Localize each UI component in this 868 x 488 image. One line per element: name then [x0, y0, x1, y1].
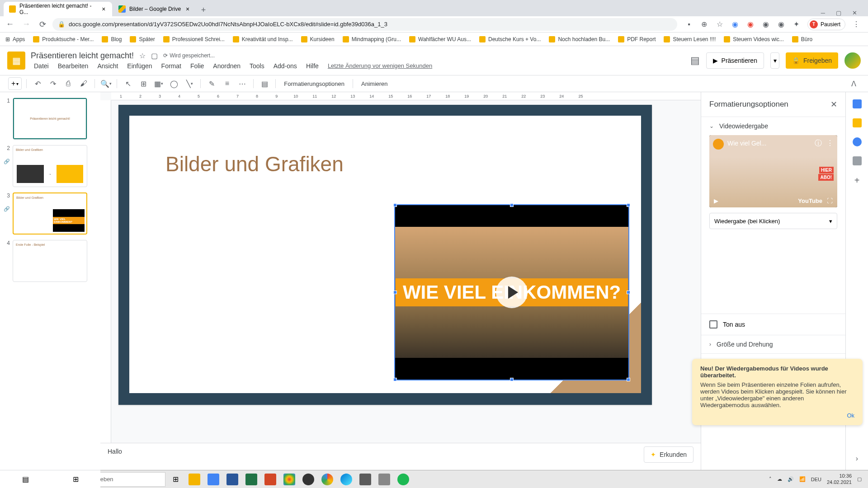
- calendar-icon[interactable]: [853, 99, 862, 108]
- bookmark-item[interactable]: Steuern Lesen !!!!: [664, 36, 716, 42]
- resize-handle[interactable]: [510, 378, 514, 381]
- close-icon[interactable]: ×: [101, 6, 107, 12]
- maps-icon[interactable]: [853, 156, 862, 165]
- resize-handle[interactable]: [510, 203, 514, 207]
- bookmark-item[interactable]: Produktsuche - Mer...: [33, 36, 94, 42]
- callout-ok-button[interactable]: Ok: [700, 412, 854, 419]
- select-tool[interactable]: ↖: [122, 77, 134, 90]
- resize-handle[interactable]: [393, 291, 397, 294]
- task-view-button[interactable]: ⊞: [166, 471, 184, 488]
- redo-button[interactable]: ↷: [47, 77, 59, 90]
- comments-icon[interactable]: ▤: [690, 55, 700, 66]
- bookmark-item[interactable]: PDF Report: [618, 36, 656, 42]
- animate-button[interactable]: Animieren: [358, 80, 392, 87]
- new-tab-button[interactable]: +: [197, 4, 210, 16]
- ext-icon[interactable]: ◉: [761, 20, 770, 29]
- tray-chevron-icon[interactable]: ˄: [769, 476, 772, 482]
- menu-help[interactable]: Hilfe: [303, 61, 322, 70]
- menu-addons[interactable]: Add-ons: [270, 61, 300, 70]
- bookmark-item[interactable]: Professionell Schrei...: [163, 36, 225, 42]
- resize-handle[interactable]: [627, 291, 630, 294]
- print-button[interactable]: ⎙: [62, 77, 75, 90]
- account-avatar[interactable]: [844, 52, 861, 69]
- format-options-button[interactable]: Formatierungsoptionen: [280, 80, 348, 87]
- video-preview[interactable]: Wie viel Gel... ⓘ⋮ HIER ABO! ▶ YouTube ⛶: [709, 135, 837, 207]
- bookmark-item[interactable]: Steuern Videos wic...: [724, 36, 784, 42]
- forward-button[interactable]: →: [20, 18, 33, 31]
- maximize-icon[interactable]: ▢: [836, 9, 841, 16]
- new-slide-button[interactable]: +▾: [8, 77, 22, 90]
- share-button[interactable]: 🔒 Freigeben: [786, 52, 838, 69]
- collapse-toolbar-button[interactable]: ᐱ: [847, 77, 860, 90]
- bookmark-item[interactable]: Später: [130, 36, 155, 42]
- ext-icon[interactable]: ◉: [731, 20, 740, 29]
- explore-button[interactable]: ✦ Erkunden: [644, 446, 693, 463]
- slide-canvas[interactable]: Bilder und Grafiken WIE VIEL EINKOMMEN?: [118, 105, 652, 405]
- profile-chip[interactable]: T Pausiert: [807, 19, 845, 30]
- ext-icon[interactable]: ◉: [746, 20, 755, 29]
- bookmark-item[interactable]: Mindmapping (Gru...: [343, 36, 401, 42]
- close-icon[interactable]: ×: [184, 6, 191, 12]
- taskbar-app[interactable]: [185, 471, 203, 488]
- menu-tools[interactable]: Tools: [246, 61, 268, 70]
- menu-file[interactable]: Datei: [31, 61, 52, 70]
- close-window-icon[interactable]: ✕: [852, 9, 857, 16]
- tasks-icon[interactable]: [853, 137, 862, 146]
- present-button[interactable]: ▶ Präsentieren: [706, 52, 764, 69]
- language-indicator[interactable]: DEU: [811, 477, 821, 482]
- url-bar[interactable]: 🔒 docs.google.com/presentation/d/1yV372S…: [52, 18, 677, 31]
- speaker-notes[interactable]: Hallo ✦ Erkunden: [100, 443, 701, 470]
- mute-checkbox-row[interactable]: Ton aus: [701, 314, 845, 335]
- add-addon-icon[interactable]: +: [854, 175, 860, 186]
- bookmark-item[interactable]: Kreativität und Insp...: [233, 36, 293, 42]
- resize-handle[interactable]: [627, 203, 630, 207]
- taskbar-app[interactable]: [242, 471, 260, 488]
- bookmark-item[interactable]: Blog: [102, 36, 122, 42]
- taskbar-app[interactable]: [356, 471, 374, 488]
- taskbar-app[interactable]: [337, 471, 355, 488]
- apps-button[interactable]: ⊞Apps: [5, 36, 25, 42]
- menu-arrange[interactable]: Anordnen: [210, 61, 244, 70]
- notifications-icon[interactable]: ▢: [857, 476, 862, 482]
- shape-tool[interactable]: ◯: [168, 77, 180, 90]
- slide-thumbnail-2[interactable]: 2🔗 Bilder und Grafiken→: [4, 145, 97, 187]
- taskbar-app[interactable]: [318, 471, 336, 488]
- textbox-tool[interactable]: ⊞: [137, 77, 150, 90]
- slides-logo-icon[interactable]: ▦: [7, 52, 25, 70]
- last-edit-link[interactable]: Letzte Änderung vor wenigen Sekunden: [325, 61, 435, 70]
- move-icon[interactable]: ▢: [151, 52, 158, 60]
- border-color-button[interactable]: ✎: [205, 77, 218, 90]
- taskbar-app[interactable]: [223, 471, 241, 488]
- video-icon[interactable]: ▪: [684, 20, 693, 29]
- menu-view[interactable]: Ansicht: [94, 61, 121, 70]
- taskbar-app[interactable]: [394, 471, 412, 488]
- fullscreen-icon[interactable]: ⛶: [827, 197, 833, 204]
- bookmark-star-icon[interactable]: ☆: [715, 20, 724, 29]
- menu-format[interactable]: Format: [158, 61, 184, 70]
- paint-format-button[interactable]: 🖌: [77, 77, 90, 90]
- more-icon[interactable]: ⋮: [826, 139, 834, 148]
- line-tool[interactable]: ╲▾: [183, 77, 196, 90]
- menu-icon[interactable]: ⋮: [852, 20, 861, 29]
- image-tool[interactable]: ▦▾: [152, 77, 165, 90]
- volume-icon[interactable]: 🔊: [788, 476, 794, 482]
- play-icon[interactable]: ▶: [714, 197, 718, 204]
- present-dropdown[interactable]: ▾: [770, 52, 779, 69]
- reload-button[interactable]: ⟳: [36, 18, 49, 31]
- clock[interactable]: 10:36 24.02.2021: [827, 473, 852, 485]
- bookmark-item[interactable]: Noch hochladen Bu...: [549, 36, 610, 42]
- bookmark-item[interactable]: Kursideen: [301, 36, 335, 42]
- document-title[interactable]: Präsentieren leicht gemacht!: [31, 51, 134, 61]
- extensions-icon[interactable]: ✦: [792, 20, 801, 29]
- taskbar-app[interactable]: [375, 471, 393, 488]
- menu-slide[interactable]: Folie: [187, 61, 207, 70]
- video-object[interactable]: WIE VIEL EINKOMMEN?: [394, 204, 629, 380]
- minimize-icon[interactable]: ─: [821, 9, 825, 16]
- taskbar-app[interactable]: [261, 471, 279, 488]
- info-icon[interactable]: ⓘ: [815, 139, 822, 148]
- menu-insert[interactable]: Einfügen: [124, 61, 155, 70]
- resize-handle[interactable]: [627, 378, 630, 381]
- browser-tab-inactive[interactable]: Bilder – Google Drive ×: [113, 2, 196, 16]
- checkbox[interactable]: [709, 320, 717, 328]
- close-panel-icon[interactable]: ✕: [830, 99, 837, 109]
